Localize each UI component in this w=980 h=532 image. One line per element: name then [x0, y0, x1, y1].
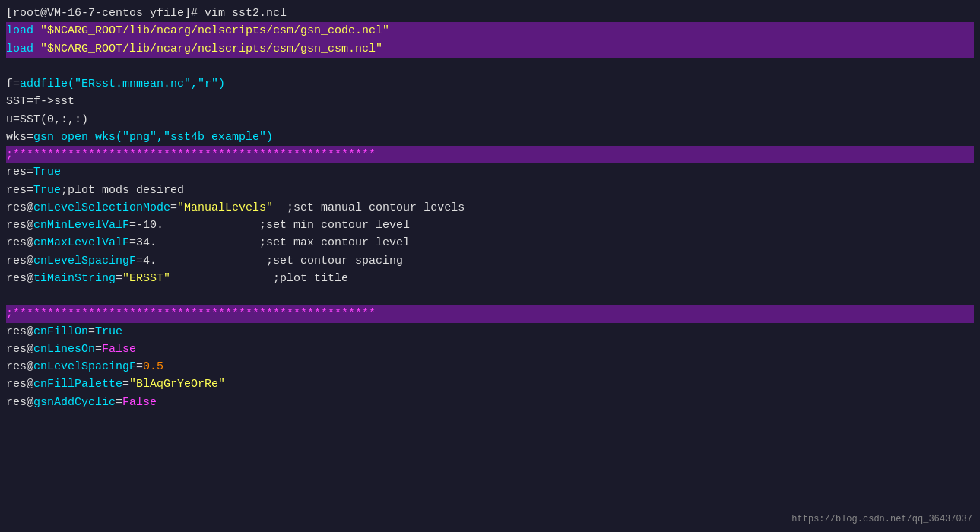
- code-line: load "$NCARG_ROOT/lib/ncarg/nclscripts/c…: [6, 40, 974, 58]
- code-line: load "$NCARG_ROOT/lib/ncarg/nclscripts/c…: [6, 22, 974, 40]
- code-line: ;***************************************…: [6, 146, 974, 163]
- watermark-text: https://blog.csdn.net/qq_36437037: [791, 514, 972, 524]
- code-line: res@cnLevelSelectionMode="ManualLevels" …: [6, 199, 974, 217]
- code-content: [root@VM-16-7-centos yfile]# vim sst2.nc…: [6, 5, 974, 411]
- code-line: res@cnFillPalette="BlAqGrYeOrRe": [6, 375, 974, 393]
- code-line: res=True: [6, 163, 974, 181]
- code-line: res@cnLevelSpacingF=0.5: [6, 358, 974, 375]
- code-line: res@cnLinesOn=False: [6, 340, 974, 358]
- code-line: f=addfile("ERsst.mnmean.nc","r"): [6, 75, 974, 93]
- code-line: res=True;plot mods desired: [6, 182, 974, 199]
- code-line: [root@VM-16-7-centos yfile]# vim sst2.nc…: [6, 5, 974, 22]
- code-line: res@cnFillOn=True: [6, 323, 974, 340]
- code-line: [6, 58, 974, 75]
- code-line: res@gsnAddCyclic=False: [6, 394, 974, 411]
- code-line: [6, 287, 974, 305]
- code-line: res@cnLevelSpacingF=4. ;set contour spac…: [6, 252, 974, 270]
- code-line: res@cnMinLevelValF=-10. ;set min contour…: [6, 217, 974, 234]
- code-line: wks=gsn_open_wks("png","sst4b_example"): [6, 128, 974, 146]
- code-line: res@tiMainString="ERSST" ;plot title: [6, 270, 974, 287]
- code-line: SST=f->sst: [6, 93, 974, 110]
- code-line: res@cnMaxLevelValF=34. ;set max contour …: [6, 234, 974, 252]
- code-line: ;***************************************…: [6, 305, 974, 322]
- terminal-window: [root@VM-16-7-centos yfile]# vim sst2.nc…: [0, 0, 980, 532]
- code-line: u=SST(0,:,:): [6, 111, 974, 128]
